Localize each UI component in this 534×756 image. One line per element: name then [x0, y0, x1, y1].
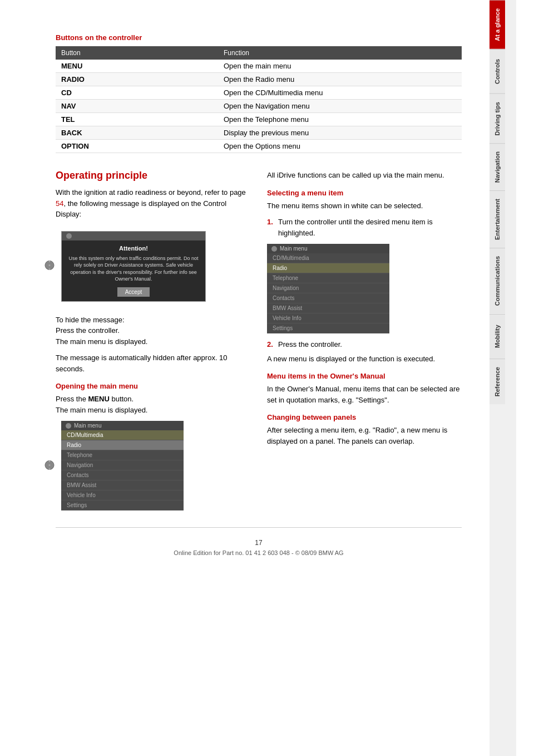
page-container: Buttons on the controller Button Functio…	[0, 0, 534, 756]
opening-main-menu-heading: Opening the main menu	[56, 382, 250, 390]
table-row: CDOpen the CD/Multimedia menu	[56, 86, 462, 100]
table-row: OPTIONOpen the Options menu	[56, 140, 462, 153]
button-cell: NAV	[56, 100, 218, 113]
menu-icon-right	[271, 246, 277, 252]
selecting-heading: Selecting a menu item	[267, 189, 462, 197]
svg-point-5	[49, 460, 51, 462]
main-content: Buttons on the controller Button Functio…	[0, 0, 490, 756]
controller-knob-left2	[44, 448, 55, 483]
footer-text: Online Edition for Part no. 01 41 2 603 …	[56, 549, 462, 556]
accept-button[interactable]: Accept	[117, 287, 150, 297]
table-row: BACKDisplay the previous menu	[56, 126, 462, 140]
svg-point-6	[49, 464, 51, 466]
page-ref-link[interactable]: 54	[56, 199, 63, 208]
function-cell: Open the main menu	[218, 60, 462, 73]
menu-screen-left: Main menu CD/MultimediaRadioTelephoneNav…	[61, 421, 184, 510]
menu-item: Radio	[267, 263, 389, 273]
svg-point-3	[49, 268, 51, 270]
operating-principle-intro: With the ignition at radio readiness or …	[56, 187, 250, 220]
sidebar-item-navigation[interactable]: Navigation	[490, 143, 505, 190]
page-footer: 17 Online Edition for Part no. 01 41 2 6…	[56, 527, 462, 567]
table-row: RADIOOpen the Radio menu	[56, 73, 462, 86]
sidebar-tabs: At a glanceControlsDriving tipsNavigatio…	[490, 0, 516, 756]
menu-items-left: CD/MultimediaRadioTelephoneNavigationCon…	[61, 430, 184, 510]
menu-item: CD/Multimedia	[267, 253, 389, 263]
button-cell: OPTION	[56, 140, 218, 153]
menu-items-owners-heading: Menu items in the Owner's Manual	[267, 372, 462, 380]
svg-point-2	[49, 264, 51, 266]
menu-item: Navigation	[61, 460, 184, 470]
button-cell: RADIO	[56, 73, 218, 86]
main-menu-screen-wrapper-right: Main menu CD/MultimediaRadioTelephoneNav…	[267, 244, 462, 333]
function-cell: Open the CD/Multimedia menu	[218, 86, 462, 100]
sidebar-item-communications[interactable]: Communications	[490, 248, 505, 313]
auto-hidden-text: The message is automatically hidden afte…	[56, 352, 250, 374]
function-cell: Open the Navigation menu	[218, 100, 462, 113]
selecting-body: The menu items shown in white can be sel…	[267, 200, 462, 212]
sidebar-item-mobility[interactable]: Mobility	[490, 314, 505, 359]
menu-item: Settings	[267, 323, 389, 333]
menu-items-right: CD/MultimediaRadioTelephoneNavigationCon…	[267, 253, 389, 333]
changing-panels-body: After selecting a menu item, e.g. "Radio…	[267, 425, 462, 446]
to-hide-text: To hide the message: Press the controlle…	[56, 315, 250, 347]
function-cell: Open the Telephone menu	[218, 113, 462, 126]
sidebar-item-at-a-glance[interactable]: At a glance	[490, 0, 505, 49]
menu-screen-title-left: Main menu	[61, 421, 184, 430]
function-cell: Open the Options menu	[218, 140, 462, 153]
function-cell: Display the previous menu	[218, 126, 462, 140]
screen-icon	[66, 233, 72, 239]
svg-point-7	[49, 468, 51, 470]
table-row: MENUOpen the main menu	[56, 60, 462, 73]
all-idrive-text: All iDrive functions can be called up vi…	[267, 170, 462, 181]
page-number: 17	[56, 539, 462, 547]
sidebar-item-entertainment[interactable]: Entertainment	[490, 190, 505, 248]
table-row: TELOpen the Telephone menu	[56, 113, 462, 126]
changing-panels-heading: Changing between panels	[267, 413, 462, 421]
attention-dialog: Attention! Use this system only when tra…	[62, 240, 205, 301]
buttons-section: Buttons on the controller Button Functio…	[56, 33, 462, 153]
table-row: NAVOpen the Navigation menu	[56, 100, 462, 113]
main-menu-screen-wrapper-left: Main menu CD/MultimediaRadioTelephoneNav…	[56, 421, 250, 510]
buttons-table: Button Function MENUOpen the main menuRA…	[56, 46, 462, 153]
button-cell: BACK	[56, 126, 218, 140]
two-col-layout: Operating principle With the ignition at…	[56, 170, 462, 516]
step-2: 2. Press the controller.	[267, 339, 462, 350]
col-header-function: Function	[218, 46, 462, 60]
menu-item: Contacts	[267, 293, 389, 303]
menu-item: Vehicle Info	[61, 490, 184, 500]
sidebar-item-controls[interactable]: Controls	[490, 49, 505, 94]
step-1: 1. Turn the controller until the desired…	[267, 217, 462, 238]
menu-item: Navigation	[267, 283, 389, 293]
menu-item: Vehicle Info	[267, 313, 389, 323]
menu-items-owners-body: In the Owner's Manual, menu items that c…	[267, 384, 462, 405]
button-cell: CD	[56, 86, 218, 100]
menu-item: CD/Multimedia	[61, 430, 184, 440]
attention-title: Attention!	[66, 245, 201, 252]
screen-title-bar	[62, 232, 205, 240]
button-cell: MENU	[56, 60, 218, 73]
sidebar-item-reference[interactable]: Reference	[490, 359, 505, 404]
function-cell: Open the Radio menu	[218, 73, 462, 86]
left-column: Operating principle With the ignition at…	[56, 170, 250, 516]
sidebar-tabs-container: At a glanceControlsDriving tipsNavigatio…	[490, 0, 516, 404]
button-cell: TEL	[56, 113, 218, 126]
menu-item: Radio	[61, 440, 184, 450]
svg-point-1	[49, 261, 51, 262]
attention-screen-wrapper: Attention! Use this system only when tra…	[56, 225, 250, 309]
buttons-section-heading: Buttons on the controller	[56, 33, 462, 42]
menu-screen-right: Main menu CD/MultimediaRadioTelephoneNav…	[267, 244, 389, 333]
menu-item: BMW Assist	[267, 303, 389, 313]
press-menu-text: Press the MENU button. The main menu is …	[56, 394, 250, 415]
col-header-button: Button	[56, 46, 218, 60]
menu-item: BMW Assist	[61, 480, 184, 490]
menu-item: Contacts	[61, 470, 184, 480]
operating-principle-title: Operating principle	[56, 170, 250, 181]
menu-item: Telephone	[61, 450, 184, 460]
menu-item: Settings	[61, 500, 184, 510]
new-menu-displayed: A new menu is displayed or the function …	[267, 354, 462, 365]
menu-item: Telephone	[267, 273, 389, 283]
right-column: All iDrive functions can be called up vi…	[267, 170, 462, 516]
sidebar-item-driving-tips[interactable]: Driving tips	[490, 94, 505, 144]
attention-body: Use this system only when traffic condit…	[66, 255, 201, 283]
menu-screen-title-right: Main menu	[267, 244, 389, 253]
